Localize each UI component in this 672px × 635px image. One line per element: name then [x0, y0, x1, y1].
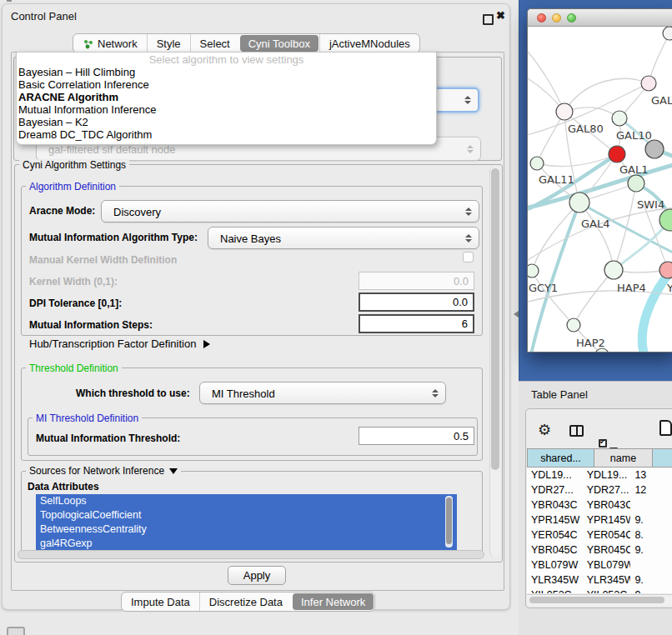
columns-icon[interactable]	[569, 425, 584, 437]
table-row[interactable]: YER054CYER054C8.	[527, 528, 672, 542]
network-view-window: GALGAL80GAL10GAL1GAL11SWI4GAL4GCY1HAP4YH…	[527, 8, 672, 352]
mi-threshold-value: 0.5	[454, 430, 469, 442]
table-cell: YIL052C	[527, 588, 583, 593]
algorithm-option[interactable]: Bayesian – Hill Climbing	[17, 66, 436, 78]
column-header[interactable]: name	[594, 448, 653, 468]
minimized-panel-icon[interactable]	[7, 627, 25, 635]
combo-arrows-icon	[465, 234, 472, 242]
table-cell: 12	[630, 482, 672, 498]
network-node-gal[interactable]	[641, 76, 656, 91]
attributes-vscrollbar[interactable]	[445, 496, 453, 548]
which-threshold-select[interactable]: MI Threshold	[199, 382, 446, 404]
table-row[interactable]: YDR27...YDR27...12	[527, 482, 672, 498]
gear-icon[interactable]: ⚙	[538, 422, 551, 438]
network-window-titlebar[interactable]	[528, 9, 672, 27]
minimize-traffic-light-icon[interactable]	[552, 13, 561, 22]
close-traffic-light-icon[interactable]	[537, 13, 546, 22]
table-cell: YIL052C	[583, 588, 631, 593]
column-header[interactable]	[653, 448, 672, 468]
attribute-item[interactable]: SelfLoops	[36, 494, 457, 508]
cyni-settings-title: Cyni Algorithm Settings	[19, 159, 129, 171]
algorithm-option[interactable]: Bayesian – K2	[17, 116, 436, 128]
tab-select[interactable]: Select	[190, 34, 239, 52]
column-header[interactable]: shared...	[527, 448, 594, 468]
kernel-width-value: 0.0	[454, 275, 469, 288]
network-canvas[interactable]: GALGAL80GAL10GAL1GAL11SWI4GAL4GCY1HAP4YH…	[528, 27, 672, 352]
panel-title: Control Panel	[11, 10, 77, 22]
network-node-gal80[interactable]	[556, 103, 573, 120]
aracne-mode-select[interactable]: Discovery	[101, 200, 479, 222]
node-label-hap2: HAP2	[576, 337, 605, 349]
settings-hscrollbar[interactable]	[18, 550, 484, 559]
network-node[interactable]	[645, 140, 664, 158]
table-cell: YPR145W	[583, 512, 631, 528]
mi-threshold-label: Mutual Information Threshold:	[36, 432, 180, 444]
attribute-item[interactable]: TopologicalCoefficient	[36, 508, 457, 522]
tab-jactivemnodules[interactable]: jActiveMNodules	[319, 34, 419, 52]
table-cell	[630, 558, 672, 572]
network-node-y[interactable]	[659, 262, 672, 278]
float-window-icon[interactable]	[483, 14, 494, 25]
mi-type-select[interactable]: Naive Bayes	[208, 227, 479, 249]
combo-arrows-icon	[464, 96, 471, 104]
tab-label: Cyni Toolbox	[248, 38, 310, 50]
data-attributes-list[interactable]: SelfLoopsTopologicalCoefficientBetweenne…	[36, 494, 457, 551]
tab-style[interactable]: Style	[147, 34, 190, 52]
tab-label: Discretize Data	[209, 596, 283, 608]
tab-label: Infer Network	[301, 596, 365, 608]
manual-kernel-checkbox[interactable]	[463, 252, 474, 262]
network-node[interactable]	[663, 27, 672, 40]
network-node[interactable]	[659, 209, 672, 231]
hub-definition-expander[interactable]: Hub/Transcription Factor Definition	[29, 338, 210, 350]
table-row[interactable]: YDL19...YDL19...13	[527, 468, 672, 482]
table-row[interactable]: YBL079WYBL079W	[527, 558, 672, 572]
network-node-swi4[interactable]	[628, 175, 644, 192]
apply-button[interactable]: Apply	[228, 566, 286, 585]
tab-network[interactable]: Network	[73, 34, 147, 52]
table-row[interactable]: YPR145WYPR145W9.	[527, 512, 672, 528]
table-row[interactable]: YLR345WYLR345W9.	[527, 572, 672, 588]
network-node-hap4[interactable]	[604, 261, 623, 279]
algorithm-option[interactable]: Basic Correlation Inference	[17, 78, 436, 91]
tab-infer-network[interactable]: Infer Network	[293, 593, 374, 610]
algorithm-option[interactable]: Dream8 DC_TDC Algorithm	[17, 128, 436, 141]
table-cell: 13	[630, 468, 672, 482]
network-node-gcy1[interactable]	[528, 264, 539, 278]
select-all-checkbox-icon[interactable]	[599, 439, 607, 448]
sources-title-row[interactable]: Sources for Network Inference	[26, 465, 181, 477]
kernel-width-field[interactable]: 0.0	[359, 272, 474, 290]
table-cell: YBR043C	[583, 498, 631, 512]
network-node-gal4[interactable]	[569, 192, 589, 212]
algorithm-option[interactable]: Mutual Information Inference	[17, 103, 436, 116]
tab-impute-data[interactable]: Impute Data	[122, 592, 199, 611]
dpi-tolerance-field[interactable]: 0.0	[359, 292, 474, 312]
table-row[interactable]: YBR045CYBR045C9.	[527, 542, 672, 558]
mi-steps-label: Mutual Information Steps:	[29, 319, 153, 331]
attribute-item[interactable]: BetweennessCentrality	[36, 522, 457, 537]
node-label-hap4: HAP4	[617, 282, 646, 294]
close-icon[interactable]: ✖	[496, 9, 505, 22]
node-label-swi4: SWI4	[637, 198, 664, 211]
mi-steps-field[interactable]: 6	[359, 314, 474, 333]
network-node-gal10[interactable]	[612, 111, 627, 126]
table-row[interactable]: YIL052CYIL052C9.	[527, 588, 672, 593]
tab-cyni-toolbox[interactable]: Cyni Toolbox	[240, 35, 318, 52]
tab-discretize-data[interactable]: Discretize Data	[199, 592, 292, 611]
table-cell: 9.	[630, 512, 672, 528]
settings-vscrollbar[interactable]	[489, 167, 500, 557]
table-row[interactable]: YBR043CYBR043C	[527, 498, 672, 512]
network-node-gal1[interactable]	[609, 146, 625, 162]
algorithm-popup-list: Bayesian – Hill ClimbingBasic Correlatio…	[17, 66, 436, 141]
network-node-hap2[interactable]	[567, 318, 580, 332]
tab-label: Select	[200, 38, 230, 50]
table-hscrollbar[interactable]	[527, 594, 672, 606]
algorithm-option[interactable]: ARACNE Algorithm	[17, 91, 436, 103]
document-icon[interactable]	[659, 420, 672, 436]
table-cell: YDR27...	[527, 482, 583, 498]
zoom-traffic-light-icon[interactable]	[567, 13, 576, 22]
mi-threshold-field[interactable]: 0.5	[359, 427, 474, 445]
mi-threshold-group-title: MI Threshold Definition	[33, 412, 142, 424]
data-attributes-label: Data Attributes	[28, 481, 99, 492]
network-node-gal11[interactable]	[530, 157, 544, 170]
attribute-item[interactable]: gal4RGexp	[36, 537, 457, 551]
